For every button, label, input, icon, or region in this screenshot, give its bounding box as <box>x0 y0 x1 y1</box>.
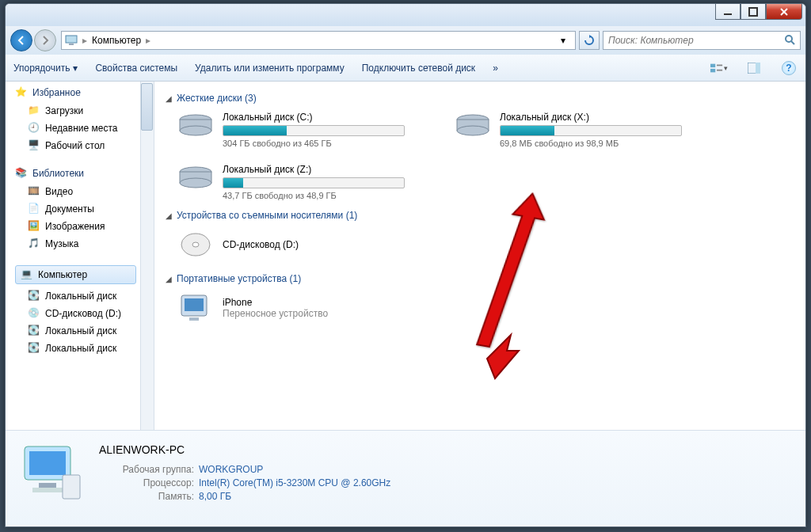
capacity-bar <box>223 177 405 188</box>
drive-label: Локальный диск (C:) <box>223 112 422 123</box>
document-icon: 📄 <box>28 203 40 215</box>
sidebar-item-cd-drive[interactable]: 💿CD-дисковод (D:) <box>15 305 150 322</box>
drive-icon <box>454 112 492 140</box>
refresh-button[interactable] <box>579 31 600 50</box>
section-hard-drives[interactable]: ◢Жесткие диски (3) <box>166 93 794 104</box>
svg-rect-31 <box>63 475 80 499</box>
view-options-button[interactable]: ▾ <box>710 59 728 77</box>
close-button[interactable] <box>766 4 802 20</box>
maximize-button[interactable] <box>741 4 766 20</box>
device-label: iPhone <box>223 297 328 308</box>
svg-rect-30 <box>32 488 63 492</box>
forward-button[interactable] <box>34 29 56 51</box>
svg-rect-1 <box>749 8 757 16</box>
sidebar-item-downloads[interactable]: 📁Загрузки <box>15 102 150 120</box>
desktop-icon: 🖥️ <box>28 139 40 152</box>
computer-large-icon <box>18 439 85 505</box>
details-pane: ALIENWORK-PC Рабочая группа:WORKGROUP Пр… <box>6 430 805 525</box>
map-network-drive-button[interactable]: Подключить сетевой диск <box>362 63 475 74</box>
uninstall-program-button[interactable]: Удалить или изменить программу <box>195 63 345 74</box>
sidebar-item-recent[interactable]: 🕘Недавние места <box>15 120 150 137</box>
details-row-processor: Процессор:Intel(R) Core(TM) i5-3230M CPU… <box>99 477 390 488</box>
drive-c[interactable]: Локальный диск (C:) 304 ГБ свободно из 4… <box>177 112 422 148</box>
svg-rect-8 <box>717 69 722 70</box>
svg-rect-6 <box>710 68 715 71</box>
drive-icon: 💽 <box>28 290 40 302</box>
svg-marker-26 <box>487 335 519 378</box>
svg-point-4 <box>786 36 792 42</box>
sidebar-item-documents[interactable]: 📄Документы <box>15 200 150 218</box>
drive-free-text: 304 ГБ свободно из 465 ГБ <box>223 139 422 148</box>
organize-menu[interactable]: Упорядочить ▾ <box>13 63 78 74</box>
sidebar-item-music[interactable]: 🎵Музыка <box>15 235 150 253</box>
annotation-arrow <box>471 192 566 382</box>
collapse-icon: ◢ <box>166 94 172 103</box>
device-cd-drive[interactable]: CD-дисковод (D:) <box>177 229 794 260</box>
sidebar-item-local-disk[interactable]: 💽Локальный диск <box>15 287 150 305</box>
sidebar-item-local-disk[interactable]: 💽Локальный диск <box>15 322 150 340</box>
svg-point-19 <box>180 178 211 188</box>
section-portable[interactable]: ◢Портативные устройства (1) <box>166 273 794 284</box>
capacity-bar <box>223 125 405 136</box>
drive-free-text: 69,8 МБ свободно из 98,9 МБ <box>500 139 699 148</box>
picture-icon: 🖼️ <box>28 220 40 233</box>
section-removable[interactable]: ◢Устройства со съемными носителями (1) <box>166 210 794 221</box>
device-iphone[interactable]: iPhone Переносное устройство <box>177 292 794 324</box>
nav-row: ▸ Компьютер ▸ ▾ <box>6 26 805 55</box>
svg-rect-23 <box>185 298 204 311</box>
navigation-pane: ⭐Избранное 📁Загрузки 🕘Недавние места 🖥️Р… <box>6 82 154 430</box>
content-pane: ◢Жесткие диски (3) Локальный диск (C:) 3… <box>154 82 805 430</box>
sidebar-item-desktop[interactable]: 🖥️Рабочий стол <box>15 137 150 154</box>
command-bar: Упорядочить ▾ Свойства системы Удалить и… <box>6 55 805 82</box>
chevron-down-icon: ▾ <box>73 63 78 74</box>
search-input[interactable] <box>608 35 779 46</box>
computer-icon <box>65 34 78 47</box>
cd-icon <box>177 229 215 260</box>
svg-rect-10 <box>756 63 760 74</box>
drive-x[interactable]: Локальный диск (X:) 69,8 МБ свободно из … <box>454 112 699 148</box>
titlebar <box>6 4 805 26</box>
breadcrumb-computer[interactable]: Компьютер <box>92 35 141 46</box>
svg-point-13 <box>180 126 211 135</box>
device-subtitle: Переносное устройство <box>223 308 328 319</box>
favorites-group[interactable]: ⭐Избранное <box>15 86 150 99</box>
svg-rect-28 <box>29 451 66 475</box>
details-row-memory: Память:8,00 ГБ <box>99 491 390 502</box>
sidebar-item-local-disk[interactable]: 💽Локальный диск <box>15 340 150 357</box>
search-box[interactable] <box>603 31 801 50</box>
svg-rect-5 <box>710 63 715 66</box>
sidebar-item-pictures[interactable]: 🖼️Изображения <box>15 218 150 235</box>
libraries-group[interactable]: 📚Библиотеки <box>15 167 150 180</box>
svg-point-16 <box>457 126 489 135</box>
collapse-icon: ◢ <box>166 275 172 283</box>
svg-rect-29 <box>39 483 56 488</box>
star-icon: ⭐ <box>15 86 28 99</box>
minimize-button[interactable] <box>715 4 741 20</box>
help-button[interactable]: ? <box>780 59 798 77</box>
search-icon <box>784 34 795 48</box>
address-bar[interactable]: ▸ Компьютер ▸ ▾ <box>61 31 576 50</box>
details-computer-name: ALIENWORK-PC <box>99 443 390 456</box>
libraries-icon: 📚 <box>15 167 28 180</box>
collapse-icon: ◢ <box>166 211 172 220</box>
svg-rect-3 <box>69 44 74 45</box>
sidebar-item-computer[interactable]: 💻Компьютер <box>15 265 136 284</box>
back-button[interactable] <box>10 29 32 51</box>
chevron-right-icon: ▸ <box>146 35 150 46</box>
drive-icon <box>177 164 215 192</box>
drive-icon: 💽 <box>28 325 40 337</box>
drive-label: Локальный диск (X:) <box>500 112 699 123</box>
drive-z[interactable]: Локальный диск (Z:) 43,7 ГБ свободно из … <box>177 164 422 200</box>
folder-icon: 📁 <box>28 104 40 117</box>
sidebar-scrollbar[interactable] <box>140 82 154 430</box>
drive-free-text: 43,7 ГБ свободно из 48,9 ГБ <box>223 191 422 200</box>
video-icon: 🎞️ <box>28 185 40 198</box>
computer-icon: 💻 <box>21 268 33 281</box>
preview-pane-button[interactable] <box>745 59 763 77</box>
capacity-bar <box>500 125 682 136</box>
sidebar-item-videos[interactable]: 🎞️Видео <box>15 183 150 200</box>
more-commands-button[interactable]: » <box>493 63 498 74</box>
system-properties-button[interactable]: Свойства системы <box>95 63 177 74</box>
dropdown-history-icon[interactable]: ▾ <box>554 32 572 49</box>
svg-rect-2 <box>66 36 77 43</box>
